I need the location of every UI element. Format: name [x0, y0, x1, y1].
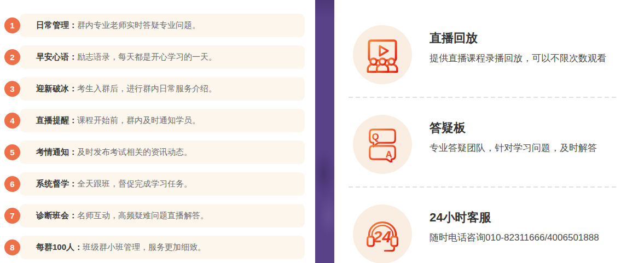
item-desc: 名师互动，高频疑难问题直播解答。 — [77, 211, 208, 221]
divider — [349, 186, 618, 188]
feature-desc: 提供直播课程录播回放，可以不限次数观看 — [430, 53, 606, 64]
item-desc: 励志语录，每天都是开心学习的一天。 — [77, 52, 217, 62]
item-number-badge: 6 — [4, 176, 20, 192]
item-bar: 系统督学：全天跟班，督促完成学习任务。 — [20, 172, 305, 196]
list-item: 5 考情通知：及时发布考试相关的资讯动态。 — [4, 140, 305, 165]
item-title: 日常管理： — [36, 20, 77, 31]
item-title: 迎新破冰： — [36, 84, 77, 94]
list-item: 7 诊断班会：名师互动，高频疑难问题直播解答。 — [4, 203, 305, 228]
item-number-badge: 1 — [4, 17, 20, 33]
list-item: 2 早安心语：励志语录，每天都是开心学习的一天。 — [4, 45, 305, 69]
item-number-badge: 5 — [4, 144, 20, 160]
item-bar: 考情通知：及时发布考试相关的资讯动态。 — [20, 141, 305, 164]
item-bar: 迎新破冰：考生入群后，进行群内日常服务介绍。 — [20, 77, 305, 101]
item-number-badge: 3 — [4, 81, 20, 97]
item-number-badge: 8 — [4, 239, 20, 255]
item-bar: 早安心语：励志语录，每天都是开心学习的一天。 — [20, 45, 305, 69]
svg-text:A: A — [386, 149, 392, 159]
list-item: 1 日常管理：群内专业老师实时答疑专业问题。 — [4, 13, 305, 38]
item-title: 系统督学： — [36, 179, 77, 189]
feature-desc: 随时电话咨询010-82311666/4006501888 — [430, 232, 599, 243]
item-desc: 班级群小班管理，服务更加细致。 — [83, 242, 206, 253]
item-title: 早安心语： — [36, 52, 77, 62]
svg-text:Q: Q — [372, 132, 379, 142]
headset-24-icon: 24 — [363, 215, 402, 253]
feature-text: 直播回放 提供直播课程录播回放，可以不限次数观看 — [430, 25, 606, 64]
list-item: 3 迎新破冰：考生入群后，进行群内日常服务介绍。 — [4, 77, 305, 101]
item-bar: 直播提醒：课程开始前，群内及时通知学员。 — [20, 109, 305, 132]
item-desc: 全天跟班，督促完成学习任务。 — [77, 179, 192, 189]
item-title: 考情通知： — [36, 147, 77, 157]
divider — [349, 97, 618, 98]
item-desc: 群内专业老师实时答疑专业问题。 — [77, 20, 200, 31]
feature-live-playback: 直播回放 提供直播课程录播回放，可以不限次数观看 — [353, 25, 606, 84]
group-services-panel: 1 日常管理：群内专业老师实时答疑专业问题。 2 早安心语：励志语录，每天都是开… — [0, 0, 644, 263]
item-desc: 考生入群后，进行群内日常服务介绍。 — [77, 84, 217, 94]
item-title: 每群100人： — [36, 242, 83, 253]
svg-text:24: 24 — [373, 227, 391, 246]
item-bar: 每群100人：班级群小班管理，服务更加细致。 — [20, 236, 305, 259]
item-desc: 及时发布考试相关的资讯动态。 — [77, 147, 192, 157]
list-item: 6 系统督学：全天跟班，督促完成学习任务。 — [4, 172, 305, 196]
feature-desc: 专业答疑团队，针对学习问题，及时解答 — [430, 143, 597, 154]
item-title: 直播提醒： — [36, 115, 77, 126]
live-playback-icon — [353, 25, 412, 84]
headset-24-icon: 24 — [353, 204, 412, 263]
item-title: 诊断班会： — [36, 211, 77, 221]
list-item: 4 直播提醒：课程开始前，群内及时通知学员。 — [4, 108, 305, 133]
item-number-badge: 4 — [4, 113, 20, 128]
item-desc: 课程开始前，群内及时通知学员。 — [77, 115, 200, 126]
item-bar: 日常管理：群内专业老师实时答疑专业问题。 — [20, 14, 305, 37]
feature-24h-service: 24 24小时客服 随时电话咨询010-82311666/4006501888 — [353, 204, 599, 263]
feature-title: 答疑板 — [430, 121, 597, 135]
list-item: 8 每群100人：班级群小班管理，服务更加细致。 — [4, 235, 305, 260]
item-number-badge: 2 — [4, 49, 20, 65]
feature-text: 答疑板 专业答疑团队，针对学习问题，及时解答 — [430, 115, 597, 154]
feature-title: 直播回放 — [430, 32, 606, 45]
item-bar: 诊断班会：名师互动，高频疑难问题直播解答。 — [20, 204, 305, 227]
qa-board-icon: Q A — [353, 115, 412, 174]
feature-qa-board: Q A 答疑板 专业答疑团队，针对学习问题，及时解答 — [353, 115, 597, 174]
qa-board-icon: Q A — [365, 126, 399, 162]
item-number-badge: 7 — [4, 208, 20, 224]
purple-divider-band — [315, 0, 334, 263]
feature-text: 24小时客服 随时电话咨询010-82311666/4006501888 — [430, 204, 599, 243]
live-playback-icon — [363, 36, 402, 74]
feature-title: 24小时客服 — [430, 211, 599, 224]
